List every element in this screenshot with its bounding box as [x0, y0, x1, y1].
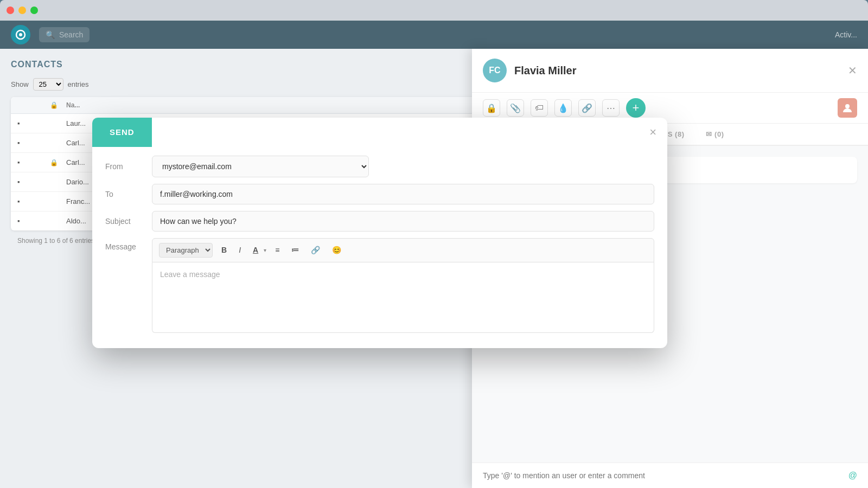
- underline-group: A ▾: [250, 245, 266, 255]
- bold-button[interactable]: B: [218, 245, 230, 255]
- mac-titlebar: [0, 0, 868, 21]
- to-input[interactable]: [152, 184, 654, 204]
- email-modal: SEND × From mystore@email.com To Subject…: [92, 118, 667, 348]
- modal-header: SEND ×: [92, 118, 667, 147]
- message-textarea[interactable]: Leave a message: [152, 262, 654, 333]
- from-row: From mystore@email.com: [105, 156, 654, 177]
- bullet-list-button[interactable]: ≡: [272, 245, 283, 255]
- message-toolbar: Paragraph B I A ▾ ≡ ≔ 🔗 😊: [152, 238, 654, 262]
- modal-overlay: SEND × From mystore@email.com To Subject…: [0, 21, 868, 488]
- numbered-list-button[interactable]: ≔: [288, 245, 302, 255]
- mac-max-btn[interactable]: [30, 7, 38, 14]
- from-label: From: [105, 162, 143, 171]
- mac-min-btn[interactable]: [18, 7, 26, 14]
- paragraph-select[interactable]: Paragraph: [159, 243, 213, 258]
- link-button[interactable]: 🔗: [308, 245, 323, 255]
- underline-button[interactable]: A: [250, 245, 261, 255]
- message-row: Message Paragraph B I A ▾ ≡ ≔: [105, 238, 654, 333]
- subject-row: Subject: [105, 211, 654, 232]
- to-row: To: [105, 184, 654, 204]
- italic-button[interactable]: I: [235, 245, 244, 255]
- send-button[interactable]: SEND: [92, 118, 152, 147]
- emoji-button[interactable]: 😊: [329, 245, 344, 255]
- subject-input[interactable]: [152, 211, 654, 232]
- message-label: Message: [105, 238, 143, 251]
- from-select[interactable]: mystore@email.com: [152, 156, 369, 177]
- subject-label: Subject: [105, 217, 143, 226]
- underline-chevron: ▾: [264, 247, 266, 253]
- message-placeholder: Leave a message: [160, 270, 220, 279]
- mac-close-btn[interactable]: [7, 7, 14, 14]
- modal-form: From mystore@email.com To Subject Messag…: [92, 147, 667, 348]
- to-label: To: [105, 190, 143, 198]
- modal-close-button[interactable]: ×: [639, 118, 667, 147]
